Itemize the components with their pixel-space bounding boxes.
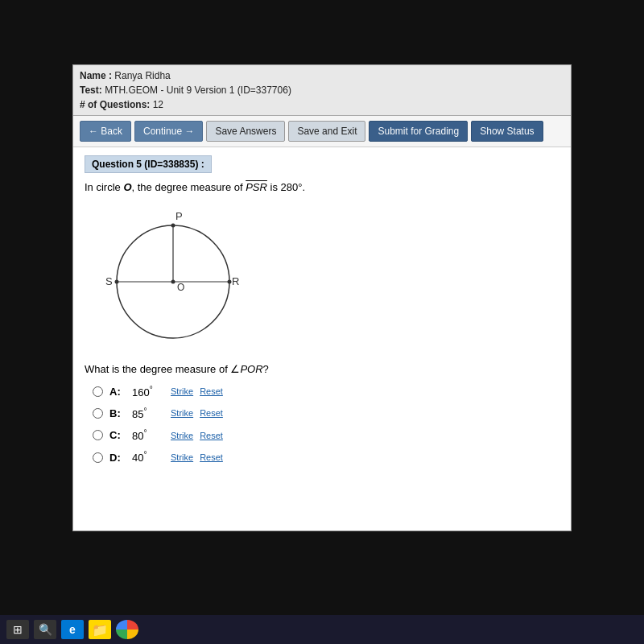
option-c-label: C: (109, 429, 126, 441)
option-c-strike[interactable]: Strike (171, 431, 193, 440)
option-b-row: B: 85° Strike Reset (93, 407, 559, 420)
question-text-middle: , the degree measure of (132, 181, 246, 193)
taskbar-file-icon[interactable]: 📁 (89, 620, 111, 639)
taskbar-start-button[interactable]: ⊞ (6, 620, 29, 639)
option-d-radio[interactable] (93, 452, 103, 463)
option-d-row: D: 40° Strike Reset (93, 450, 559, 464)
questions-label: # of Questions: (80, 99, 150, 110)
option-c-row: C: 80° Strike Reset (93, 428, 559, 442)
show-status-button[interactable]: Show Status (471, 121, 543, 142)
back-button[interactable]: ← Back (80, 121, 131, 142)
option-d-label: D: (109, 452, 126, 464)
option-d-value: 40° (132, 450, 164, 464)
option-b-strike[interactable]: Strike (171, 408, 193, 418)
point-s-label: S (105, 275, 113, 287)
test-label: Test: (80, 85, 102, 96)
point-r-label: R (232, 275, 239, 287)
question-text-suffix: is 280°. (267, 181, 305, 193)
center-o-label: O (177, 282, 184, 293)
taskbar-edge-icon[interactable]: e (61, 620, 84, 639)
save-answers-button[interactable]: Save Answers (206, 121, 285, 142)
option-c-value: 80° (132, 428, 164, 442)
taskbar-search-button[interactable]: 🔍 (34, 620, 56, 639)
toolbar: ← Back Continue → Save Answers Save and … (73, 116, 571, 147)
test-value: MTH.GEOM - Unit 9 Version 1 (ID=337706) (105, 85, 291, 96)
save-exit-button[interactable]: Save and Exit (288, 121, 365, 142)
question-header: Question 5 (ID=338835) : (85, 155, 212, 173)
option-d-strike[interactable]: Strike (171, 452, 193, 462)
circle-diagram: P S R O (93, 205, 254, 350)
diagram-container: P S R O (93, 205, 559, 350)
option-a-strike[interactable]: Strike (171, 386, 193, 396)
continue-button[interactable]: Continue → (134, 121, 203, 142)
sub-question-text: What is the degree measure of ∠POR? (85, 363, 269, 375)
test-header: Name : Ranya Ridha Test: MTH.GEOM - Unit… (73, 65, 571, 116)
test-name-line: Test: MTH.GEOM - Unit 9 Version 1 (ID=33… (80, 83, 564, 97)
option-a-label: A: (109, 386, 126, 398)
student-name: Ranya Ridha (114, 70, 170, 81)
point-p-label: P (175, 210, 183, 222)
option-a-value: 160° (132, 385, 164, 398)
arc-label: PSR (246, 181, 267, 193)
option-c-reset[interactable]: Reset (200, 431, 223, 440)
option-a-row: A: 160° Strike Reset (93, 385, 559, 398)
submit-button[interactable]: Submit for Grading (369, 121, 468, 142)
option-b-label: B: (109, 407, 126, 419)
taskbar-chrome-icon[interactable] (116, 620, 138, 639)
questions-value: 12 (153, 99, 163, 110)
option-a-radio[interactable] (93, 386, 103, 397)
sub-question: What is the degree measure of ∠POR? (85, 363, 559, 375)
student-name-line: Name : Ranya Ridha (80, 68, 564, 83)
option-a-reset[interactable]: Reset (200, 386, 223, 396)
questions-line: # of Questions: 12 (80, 97, 564, 112)
option-b-radio[interactable] (93, 408, 103, 419)
option-d-reset[interactable]: Reset (200, 452, 223, 462)
option-c-radio[interactable] (93, 430, 103, 440)
question-text: In circle O, the degree measure of PSR i… (85, 180, 559, 196)
question-text-prefix: In circle (85, 181, 123, 193)
option-b-reset[interactable]: Reset (200, 408, 223, 418)
name-label: Name : (80, 70, 112, 81)
taskbar: ⊞ 🔍 e 📁 (0, 615, 644, 644)
answer-options: A: 160° Strike Reset B: 85° Strike Reset… (85, 385, 559, 464)
content-area: Question 5 (ID=338835) : In circle O, th… (73, 147, 571, 473)
circle-label: O (123, 181, 131, 193)
option-b-value: 85° (132, 407, 164, 420)
